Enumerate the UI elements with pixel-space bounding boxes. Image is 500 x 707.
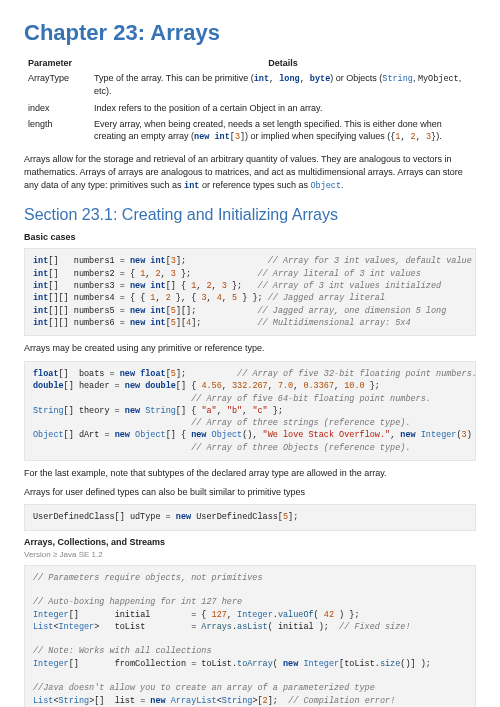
table-row: length Every array, when being created, …	[24, 116, 476, 146]
version-note: Version ≥ Java SE 1.2	[24, 550, 476, 559]
paragraph: Arrays for user defined types can also b…	[24, 486, 476, 499]
heading-basic: Basic cases	[24, 232, 476, 242]
code-block-ref: float[] boats = new float[5]; // Array o…	[24, 361, 476, 461]
paragraph: For the last example, note that subtypes…	[24, 467, 476, 480]
section-title: Section 23.1: Creating and Initializing …	[24, 206, 476, 224]
code-block-basic: int[] numbers1 = new int[3]; // Array fo…	[24, 248, 476, 336]
code-block-user: UserDefinedClass[] udType = new UserDefi…	[24, 504, 476, 530]
params-table: Parameter Details ArrayType Type of the …	[24, 56, 476, 145]
chapter-title: Chapter 23: Arrays	[24, 20, 476, 46]
code-block-coll: // Parameters require objects, not primi…	[24, 565, 476, 707]
th-param: Parameter	[24, 56, 90, 70]
intro-paragraph: Arrays allow for the storage and retriev…	[24, 153, 476, 192]
th-details: Details	[90, 56, 476, 70]
table-row: index Index refers to the position of a …	[24, 100, 476, 116]
paragraph: Arrays may be created using any primitiv…	[24, 342, 476, 355]
heading-coll: Arrays, Collections, and Streams	[24, 537, 476, 547]
table-row: ArrayType Type of the array. This can be…	[24, 70, 476, 100]
